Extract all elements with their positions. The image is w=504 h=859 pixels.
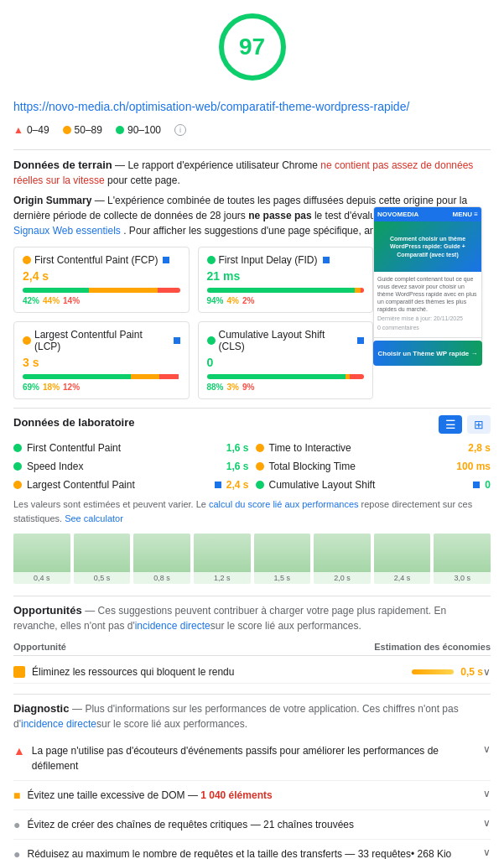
fcp-lbl-0: 42% xyxy=(23,296,39,305)
diag-item-3-chevron[interactable]: ∨ xyxy=(483,817,491,829)
lab-note-link2[interactable]: See calculator xyxy=(65,513,123,523)
opp-table-header: Opportunité Estimation des économies xyxy=(13,638,491,656)
cls-lbl-0: 88% xyxy=(207,383,224,392)
diag-item-1-chevron[interactable]: ∨ xyxy=(483,743,491,755)
cls-bar-red xyxy=(350,374,364,379)
thumb-time-7: 2,4 s xyxy=(394,574,411,582)
diag-item-2-chevron[interactable]: ∨ xyxy=(483,788,491,799)
field-data-note-suffix: pour cette page. xyxy=(107,174,180,186)
field-data-note-prefix: — Le rapport d'expérience utilisateur Ch… xyxy=(115,159,318,171)
diag-item-2-icon: ■ xyxy=(13,789,20,802)
fid-bar-red xyxy=(361,288,364,293)
lab-tti: Time to Interactive 2,8 s xyxy=(256,442,491,454)
diagnostic-heading: Diagnostic xyxy=(13,702,69,715)
sidebar-banner[interactable]: Choisir un Thème WP rapide → xyxy=(373,341,482,366)
thumb-img-7 xyxy=(374,534,431,572)
lab-data-section: Données de laboratoire ☰ ⊞ First Content… xyxy=(13,415,491,584)
legend-orange: 50–89 xyxy=(63,124,102,136)
thumb-time-2: 0,5 s xyxy=(94,574,111,582)
origin-heading: Origin Summary xyxy=(13,195,91,206)
sidebar-banner-text: Choisir un Thème WP rapide → xyxy=(378,350,478,357)
sidebar-menu[interactable]: MENU ≡ xyxy=(453,211,478,218)
cls-lbl-2: 9% xyxy=(242,383,254,392)
thumb-3: 0,8 s xyxy=(133,534,190,584)
diag-item-4-chevron[interactable]: ∨ xyxy=(483,846,491,858)
fcp-bar-red xyxy=(158,288,179,293)
filmstrip-thumbnails: 0,4 s 0,5 s 0,8 s 1,2 s 1,5 s xyxy=(13,534,491,584)
lcp-label: Largest Contentful Paint (LCP) xyxy=(34,329,169,352)
diag-item-2-detail[interactable]: 1 040 éléments xyxy=(200,789,272,801)
fid-info-icon xyxy=(323,257,330,263)
cls-title: Cumulative Layout Shift (CLS) xyxy=(207,329,365,352)
cls-card: Cumulative Layout Shift (CLS) 0 88% 3% xyxy=(198,321,374,399)
lcp-title: Largest Contentful Paint (LCP) xyxy=(23,329,180,352)
thumb-1: 0,4 s xyxy=(13,534,70,584)
lcp-value: 3 s xyxy=(23,356,180,369)
diag-item-4-icon: ● xyxy=(13,847,20,859)
fcp-card: First Contentful Paint (FCP) 2,4 s 42% 4… xyxy=(13,247,190,313)
opportunities-heading: Opportunités xyxy=(13,604,82,617)
lcp-bar-red xyxy=(159,374,179,379)
sidebar-card-body: Guide complet contenant tout ce que vous… xyxy=(374,272,481,337)
thumb-time-5: 1,5 s xyxy=(274,574,291,582)
opp-row-1-chevron[interactable]: ∨ xyxy=(483,666,491,678)
thumb-4: 1,2 s xyxy=(194,534,251,584)
lab-note-link[interactable]: calcul du score lié aux performances xyxy=(209,499,359,509)
performance-score: 97 xyxy=(219,13,286,81)
sidebar-top-bar: NOVOMEDIA MENU ≡ xyxy=(374,207,481,221)
fid-bar xyxy=(207,288,365,293)
diag-item-2[interactable]: ■ Évitez une taille excessive de DOM — 1… xyxy=(13,781,491,810)
lab-si-value: 1,6 s xyxy=(226,461,249,472)
lab-tbt-value: 100 ms xyxy=(456,461,491,472)
sidebar-card-title-img: Comment choisir un thème WordPress rapid… xyxy=(377,235,478,258)
lab-grid-view-button[interactable]: ⊞ xyxy=(467,415,491,434)
lab-list-view-button[interactable]: ☰ xyxy=(439,415,462,434)
diag-item-4-text: Réduisez au maximum le nombre de requête… xyxy=(27,846,476,859)
fcp-bar-green xyxy=(23,288,89,293)
fid-lbl-2: 2% xyxy=(242,296,254,305)
legend-info-icon[interactable]: i xyxy=(174,124,186,136)
lab-tbt: Total Blocking Time 100 ms xyxy=(256,461,491,472)
divider-1 xyxy=(13,149,491,150)
opp-note-link[interactable]: incidence directe xyxy=(135,620,210,632)
score-value: 97 xyxy=(239,34,265,60)
legend-red: ▲ 0–49 xyxy=(13,124,49,136)
sidebar-brand: NOVOMEDIA xyxy=(377,211,418,218)
origin-link[interactable]: Signaux Web essentiels xyxy=(13,225,121,237)
thumb-time-3: 0,8 s xyxy=(153,574,170,582)
opp-row-1-label: Éliminez les ressources qui bloquent le … xyxy=(32,666,412,678)
fcp-bar xyxy=(23,288,180,293)
legend-orange-label: 50–89 xyxy=(75,124,102,136)
green-dot-icon xyxy=(116,126,124,134)
thumb-time-4: 1,2 s xyxy=(214,574,231,582)
diag-item-1[interactable]: ▲ La page n'utilise pas d'écouteurs d'év… xyxy=(13,737,491,781)
opp-col-savings: Estimation des économies xyxy=(374,642,491,652)
thumb-img-2 xyxy=(74,534,131,572)
thumb-6: 2,0 s xyxy=(314,534,371,584)
score-legend: ▲ 0–49 50–89 90–100 i xyxy=(13,124,491,136)
fid-value: 21 ms xyxy=(207,269,365,283)
thumb-img-6 xyxy=(314,534,371,572)
score-section: 97 xyxy=(13,13,491,89)
thumb-img-3 xyxy=(133,534,190,572)
page-url[interactable]: https://novo-media.ch/optimisation-web/c… xyxy=(13,99,491,116)
diag-note-link[interactable]: incidence directe xyxy=(21,718,96,730)
sidebar-card-comments: 0 commentaires xyxy=(377,325,478,331)
field-metrics-grid: First Contentful Paint (FCP) 2,4 s 42% 4… xyxy=(13,247,373,399)
sidebar-card-image: Comment choisir un thème WordPress rapid… xyxy=(374,221,481,272)
lcp-lbl-1: 18% xyxy=(43,383,60,392)
fid-bar-green xyxy=(207,288,355,293)
lab-cls-label: Cumulative Layout Shift xyxy=(269,479,467,491)
diag-item-3[interactable]: ● Évitez de créer des chaînes de requête… xyxy=(13,810,491,840)
opp-col-opportunity: Opportunité xyxy=(13,642,66,652)
thumb-img-8 xyxy=(434,534,491,572)
lab-metrics-right: Time to Interactive 2,8 s Total Blocking… xyxy=(256,442,491,491)
triangle-icon: ▲ xyxy=(13,124,23,136)
diag-item-4[interactable]: ● Réduisez au maximum le nombre de requê… xyxy=(13,840,491,859)
lab-si-label: Speed Index xyxy=(27,461,221,472)
opp-row-1[interactable]: Éliminez les ressources qui bloquent le … xyxy=(13,661,491,684)
lab-tbt-dot xyxy=(256,462,264,471)
fcp-title: First Contentful Paint (FCP) xyxy=(23,254,180,266)
thumb-img-5 xyxy=(254,534,311,572)
opp-row-1-icon xyxy=(13,666,25,678)
